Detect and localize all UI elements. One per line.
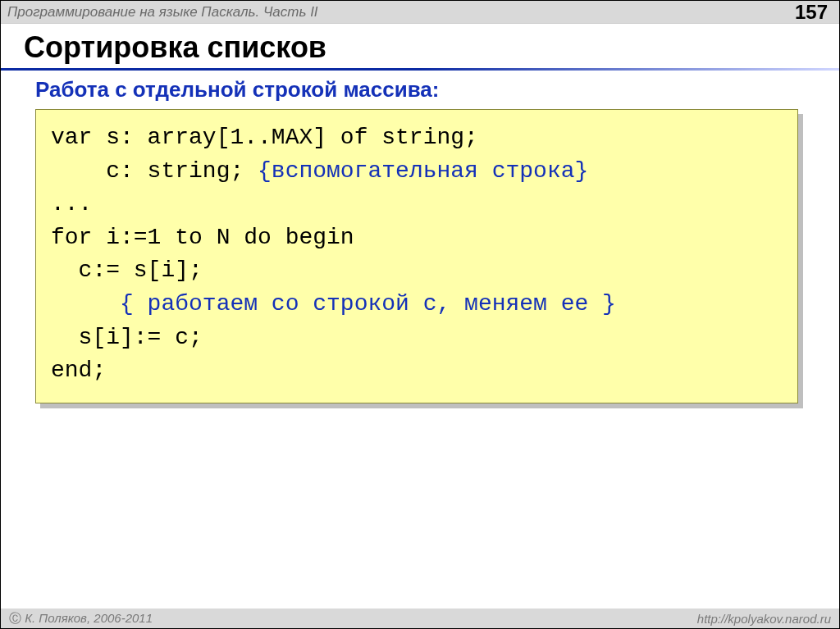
footer-url: http://kpolyakov.narod.ru [697,612,831,626]
copyright: Ⓒ К. Поляков, 2006-2011 [9,611,153,627]
code-box: var s: array[1..MAX] of string; c: strin… [35,109,798,403]
code-line: for i:=1 to N do begin [51,225,354,250]
code-line: ... [51,191,92,217]
code-line: var s: array[1..MAX] of string; [51,125,478,150]
code-line: s[i]:= c; [51,325,203,350]
code-line: end; [51,358,106,383]
section-subtitle: Работа с отдельной строкой массива: [1,75,839,109]
code-comment: {вспомогательная строка} [258,158,588,184]
course-title: Программирование на языке Паскаль. Часть… [7,4,318,21]
code-line: c:= s[i]; [51,258,203,283]
slide: Программирование на языке Паскаль. Часть… [0,0,840,629]
top-bar: Программирование на языке Паскаль. Часть… [1,1,839,24]
page-number: 157 [795,1,828,24]
page-title: Сортировка списков [1,24,839,68]
footer-bar: Ⓒ К. Поляков, 2006-2011 http://kpolyakov… [1,608,839,628]
code-comment: { работаем со строкой c, меняем ее } [51,291,616,317]
title-underline [1,68,839,71]
code-block: var s: array[1..MAX] of string; c: strin… [35,109,798,403]
code-line: c: string; [51,158,258,184]
